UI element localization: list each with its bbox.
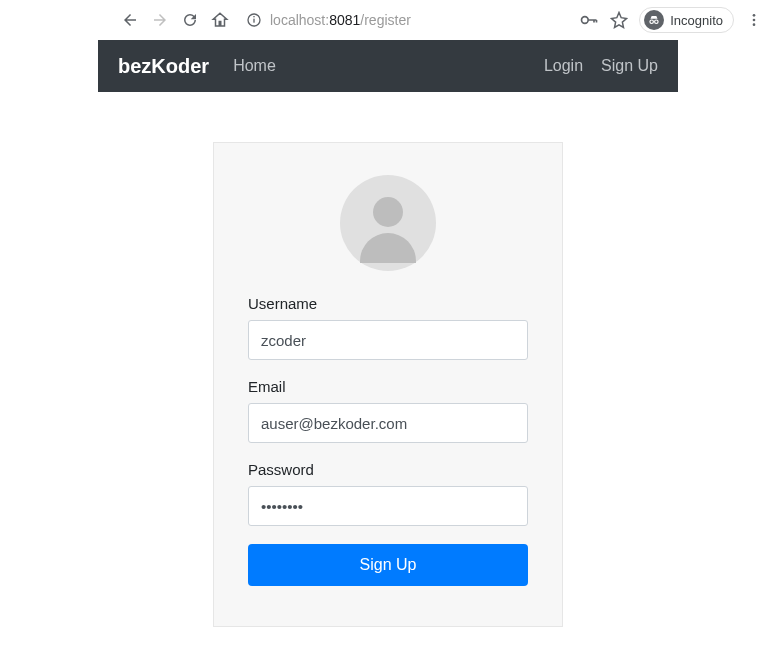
url-text: localhost:8081/register: [270, 12, 411, 28]
avatar-placeholder-icon: [340, 175, 436, 271]
svg-point-8: [753, 23, 756, 26]
register-card: Username Email Password Sign Up: [213, 142, 563, 627]
reload-icon[interactable]: [180, 10, 200, 30]
password-label: Password: [248, 461, 528, 478]
nav-home[interactable]: Home: [233, 57, 276, 75]
back-icon[interactable]: [120, 10, 140, 30]
incognito-icon: [644, 10, 664, 30]
email-input[interactable]: [248, 403, 528, 443]
svg-rect-2: [253, 16, 254, 17]
signup-button[interactable]: Sign Up: [248, 544, 528, 586]
app-navbar: bezKoder Home Login Sign Up: [98, 40, 678, 92]
main-content: Username Email Password Sign Up: [0, 92, 776, 627]
svg-point-7: [753, 19, 756, 22]
svg-point-5: [655, 20, 659, 24]
svg-rect-1: [253, 19, 254, 23]
forward-icon[interactable]: [150, 10, 170, 30]
nav-login[interactable]: Login: [544, 57, 583, 75]
home-icon[interactable]: [210, 10, 230, 30]
incognito-label: Incognito: [670, 13, 723, 28]
email-label: Email: [248, 378, 528, 395]
incognito-badge[interactable]: Incognito: [639, 7, 734, 33]
key-icon[interactable]: [579, 10, 599, 30]
svg-point-3: [582, 17, 589, 24]
nav-signup[interactable]: Sign Up: [601, 57, 658, 75]
username-label: Username: [248, 295, 528, 312]
svg-point-6: [753, 14, 756, 17]
brand-logo[interactable]: bezKoder: [118, 55, 209, 78]
password-input[interactable]: [248, 486, 528, 526]
svg-point-4: [650, 20, 654, 24]
address-bar[interactable]: localhost:8081/register: [240, 12, 569, 28]
menu-icon[interactable]: [744, 10, 764, 30]
info-icon: [246, 12, 262, 28]
browser-toolbar: localhost:8081/register Incognito: [0, 0, 776, 40]
star-icon[interactable]: [609, 10, 629, 30]
username-input[interactable]: [248, 320, 528, 360]
